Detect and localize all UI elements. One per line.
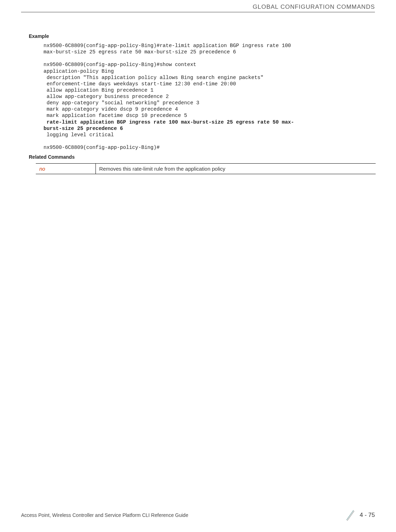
page-footer: Access Point, Wireless Controller and Se… xyxy=(0,509,396,521)
command-cell: no xyxy=(36,164,95,174)
code-line: description "This application policy all… xyxy=(44,75,264,80)
related-commands-heading: Related Commands xyxy=(29,154,376,160)
page-number-box: 4 - 75 xyxy=(344,509,375,521)
code-line: nx9500-6C8809(config-app-policy-Bing)#ra… xyxy=(44,43,294,48)
code-line-bold: burst-size 25 precedence 6 xyxy=(44,126,123,131)
section-header: GLOBAL CONFIGURATION COMMANDS xyxy=(21,4,375,12)
slash-divider-icon xyxy=(344,509,356,521)
related-commands-table: no Removes this rate-limit rule from the… xyxy=(36,163,376,174)
code-line: mark app-category video dscp 9 precedenc… xyxy=(44,106,178,112)
code-line: deny app-category "social networking" pr… xyxy=(44,100,199,106)
example-heading: Example xyxy=(29,33,376,39)
svg-line-0 xyxy=(346,510,354,520)
code-line: mark application facetime dscp 10 preced… xyxy=(44,113,187,118)
code-line: max-burst-size 25 egress rate 50 max-bur… xyxy=(44,49,236,55)
code-example: nx9500-6C8809(config-app-policy-Bing)#ra… xyxy=(44,42,376,151)
code-line-bold: rate-limit application BGP ingress rate … xyxy=(44,119,294,125)
table-row: no Removes this rate-limit rule from the… xyxy=(36,164,376,174)
code-line: logging level critical xyxy=(44,132,114,138)
code-line: enforcement-time days weekdays start-tim… xyxy=(44,81,236,87)
code-line: nx9500-6C8809(config-app-policy-Bing)#sh… xyxy=(44,62,196,67)
code-line: allow application Bing precedence 1 xyxy=(44,87,153,93)
description-cell: Removes this rate-limit rule from the ap… xyxy=(95,164,376,174)
code-line: nx9500-6C8809(config-app-policy-Bing)# xyxy=(44,145,160,150)
no-command-link[interactable]: no xyxy=(39,166,45,172)
code-line: application-policy Bing xyxy=(44,68,114,74)
page-number: 4 - 75 xyxy=(360,512,375,519)
svg-line-2 xyxy=(347,511,354,521)
code-line: allow app-category business precedence 2 xyxy=(44,94,169,99)
footer-guide-title: Access Point, Wireless Controller and Se… xyxy=(21,512,188,518)
